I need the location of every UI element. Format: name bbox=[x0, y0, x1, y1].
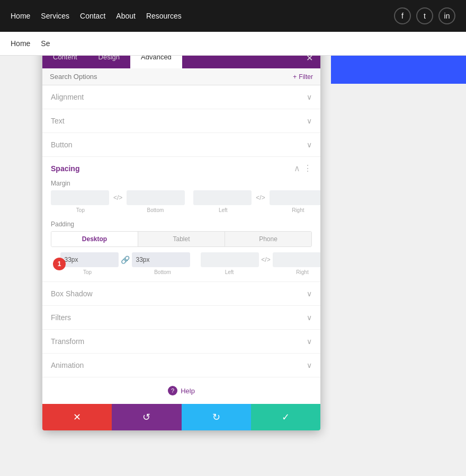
spacing-chevron-up-icon[interactable]: ∧ bbox=[294, 163, 300, 173]
padding-bottom-input[interactable] bbox=[136, 256, 186, 263]
margin-right-label: Right bbox=[269, 207, 320, 213]
top-nav: Home Services Contact About Resources f … bbox=[0, 0, 466, 32]
nav-about[interactable]: About bbox=[116, 12, 136, 20]
save-icon: ✓ bbox=[282, 411, 290, 423]
spacing-header-icons: ∧ ⋮ bbox=[294, 163, 312, 173]
spacing-more-icon[interactable]: ⋮ bbox=[303, 163, 312, 173]
cancel-button[interactable]: ✕ bbox=[42, 404, 112, 430]
text-label: Text bbox=[51, 117, 65, 125]
margin-left-input[interactable] bbox=[198, 194, 247, 201]
animation-section[interactable]: Animation ∨ bbox=[42, 354, 320, 377]
padding-bottom-field[interactable] bbox=[132, 252, 190, 267]
alignment-section[interactable]: Alignment ∨ bbox=[42, 85, 320, 109]
device-tab-desktop[interactable]: Desktop bbox=[51, 232, 138, 246]
filter-label: Filter bbox=[299, 73, 313, 81]
help-icon: ? bbox=[168, 386, 177, 395]
animation-label: Animation bbox=[51, 361, 84, 369]
nav-home[interactable]: Home bbox=[11, 12, 30, 20]
spacing-title: Spacing bbox=[51, 164, 79, 173]
padding-label: Padding bbox=[51, 221, 312, 228]
button-settings-panel: Button Settings ⊡ ⊞ ⋮ Content Design Adv… bbox=[42, 23, 320, 430]
nav-contact[interactable]: Contact bbox=[80, 12, 105, 20]
filters-section[interactable]: Filters ∨ bbox=[42, 306, 320, 330]
padding-link-icon2: </> bbox=[261, 256, 270, 263]
margin-link-icon2: </> bbox=[254, 194, 267, 201]
device-tabs: Desktop Tablet Phone bbox=[51, 231, 312, 247]
alignment-label: Alignment bbox=[51, 93, 84, 101]
plus-icon: + bbox=[293, 73, 297, 81]
search-bar: + Filter bbox=[42, 68, 320, 85]
second-nav: Home Se bbox=[0, 32, 466, 56]
nav-links: Home Services Contact About Resources bbox=[11, 12, 182, 20]
reset-icon: ↺ bbox=[142, 411, 150, 423]
panel-body: Alignment ∨ Text ∨ Button ∨ Spacing ∧ ⋮ bbox=[42, 85, 320, 404]
help-row[interactable]: ? Help bbox=[42, 377, 320, 404]
margin-left-label: Left bbox=[194, 207, 252, 213]
transform-label: Transform bbox=[51, 337, 84, 346]
box-shadow-chevron: ∨ bbox=[307, 289, 312, 298]
margin-right-field[interactable] bbox=[270, 190, 320, 205]
margin-top-label: Top bbox=[51, 207, 110, 213]
margin-right-input[interactable] bbox=[274, 194, 320, 201]
alignment-chevron: ∨ bbox=[307, 93, 312, 101]
spacing-section: Spacing ∧ ⋮ Margin </> bbox=[42, 157, 320, 282]
device-tab-phone[interactable]: Phone bbox=[225, 232, 311, 246]
spacing-header: Spacing ∧ ⋮ bbox=[42, 157, 320, 178]
margin-bottom-label: Bottom bbox=[126, 207, 184, 213]
padding-link-icon: 🔗 bbox=[121, 255, 130, 264]
padding-right-input[interactable] bbox=[277, 256, 320, 263]
text-chevron: ∨ bbox=[307, 117, 312, 125]
box-shadow-section[interactable]: Box Shadow ∨ bbox=[42, 282, 320, 306]
linkedin-icon[interactable]: in bbox=[438, 7, 455, 24]
padding-left-field[interactable] bbox=[201, 252, 259, 267]
margin-top-field[interactable] bbox=[51, 190, 109, 205]
twitter-icon[interactable]: t bbox=[416, 7, 433, 24]
nav-resources[interactable]: Resources bbox=[146, 12, 182, 20]
transform-chevron: ∨ bbox=[307, 337, 312, 346]
device-tab-tablet[interactable]: Tablet bbox=[138, 232, 225, 246]
save-button[interactable]: ✓ bbox=[251, 404, 320, 430]
padding-left-input[interactable] bbox=[205, 256, 255, 263]
margin-bottom-input[interactable] bbox=[131, 194, 181, 201]
margin-top-input[interactable] bbox=[55, 194, 105, 201]
nav-services[interactable]: Services bbox=[41, 12, 69, 20]
box-shadow-label: Box Shadow bbox=[51, 289, 93, 298]
button-chevron: ∨ bbox=[307, 140, 312, 149]
button-label: Button bbox=[51, 140, 72, 149]
animation-chevron: ∨ bbox=[307, 361, 312, 369]
padding-row-wrapper: 1 🔗 bbox=[58, 252, 312, 275]
social-icons: f t in bbox=[394, 7, 455, 24]
padding-right-label: Right bbox=[273, 269, 320, 275]
padding-bottom-label: Bottom bbox=[133, 269, 192, 275]
margin-bottom-field[interactable] bbox=[127, 190, 185, 205]
text-section[interactable]: Text ∨ bbox=[42, 109, 320, 133]
second-nav-se[interactable]: Se bbox=[41, 39, 50, 48]
transform-section[interactable]: Transform ∨ bbox=[42, 330, 320, 354]
padding-top-label: Top bbox=[58, 269, 116, 275]
filter-button[interactable]: + Filter bbox=[293, 73, 313, 81]
facebook-icon[interactable]: f bbox=[394, 7, 411, 24]
margin-link-icon: </> bbox=[111, 194, 124, 201]
padding-right-field[interactable] bbox=[273, 252, 320, 267]
help-label: Help bbox=[181, 387, 195, 395]
padding-top-field[interactable] bbox=[60, 252, 119, 267]
search-input[interactable] bbox=[50, 73, 293, 81]
cancel-icon: ✕ bbox=[73, 411, 81, 423]
redo-button[interactable]: ↻ bbox=[182, 404, 251, 430]
margin-label: Margin bbox=[51, 180, 312, 187]
button-section[interactable]: Button ∨ bbox=[42, 133, 320, 157]
second-nav-home[interactable]: Home bbox=[11, 39, 30, 48]
badge-1: 1 bbox=[53, 258, 66, 270]
reset-button[interactable]: ↺ bbox=[112, 404, 181, 430]
margin-left-field[interactable] bbox=[193, 190, 252, 205]
padding-top-input[interactable] bbox=[65, 256, 114, 263]
spacing-fields: Margin </> Top bbox=[42, 178, 320, 281]
filters-chevron: ∨ bbox=[307, 313, 312, 322]
padding-left-label: Left bbox=[200, 269, 258, 275]
panel-footer: ✕ ↺ ↻ ✓ bbox=[42, 404, 320, 430]
filters-label: Filters bbox=[51, 313, 71, 322]
redo-icon: ↻ bbox=[212, 411, 220, 423]
